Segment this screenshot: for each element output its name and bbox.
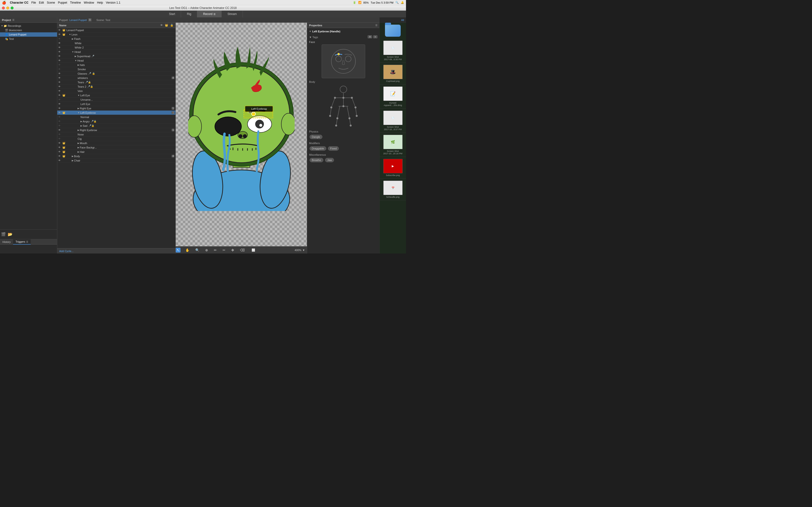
vis-mouth[interactable]: 👁 bbox=[57, 142, 62, 145]
thumb-scheudle[interactable]: 📅 Scheudle.png bbox=[379, 179, 406, 201]
vis-superhead[interactable]: 👁 bbox=[57, 55, 62, 57]
thumb-subscribe[interactable]: ▶ Subscribe.png bbox=[379, 157, 406, 179]
arrow-sad[interactable]: ▶ bbox=[81, 125, 82, 127]
layer-right-eyebrow[interactable]: 👁 ▶ Right Eyebrow 1 bbox=[57, 128, 175, 132]
add-cycle-button[interactable]: Add Cycle... bbox=[59, 249, 73, 252]
tree-item-recordings[interactable]: ▼ 📁 Recordings bbox=[0, 24, 57, 28]
vis-right-eye[interactable]: 👁 bbox=[57, 107, 62, 110]
zoom-tool[interactable]: 🔍 bbox=[194, 248, 200, 252]
hand-tool[interactable]: ✋ bbox=[185, 248, 191, 252]
maximize-button[interactable] bbox=[11, 6, 13, 9]
layer-left-eyebrow[interactable]: 👁 👑 ▼ Left Eyebrow 1 bbox=[57, 111, 175, 115]
layer-left-eye-inner[interactable]: 👁 Left Eye bbox=[57, 102, 175, 106]
vis-white2[interactable]: 👁 bbox=[57, 46, 62, 49]
arrow-hats[interactable]: ▶ bbox=[78, 64, 79, 66]
all-button[interactable]: All bbox=[401, 18, 404, 21]
arrow-face-backgr[interactable]: ▶ bbox=[78, 146, 79, 149]
vis-nose[interactable]: 👁 bbox=[57, 133, 62, 136]
vis-head[interactable]: 👁 bbox=[57, 50, 62, 53]
vis-flash[interactable]: 👁 bbox=[57, 38, 62, 40]
frame-icon[interactable]: ⬜ bbox=[252, 248, 255, 252]
layer-hair[interactable]: 👁 👑 ▶ Hair bbox=[57, 150, 175, 154]
layer-normal[interactable]: 👁 Normal bbox=[57, 115, 175, 119]
layer-header-icon2[interactable]: 👑 bbox=[165, 24, 168, 27]
menu-scene[interactable]: Scene bbox=[47, 1, 55, 4]
arrow-head-inner[interactable]: ▼ bbox=[75, 59, 77, 62]
scene-label[interactable]: Scene: Test bbox=[96, 18, 110, 21]
vis-chair[interactable]: 👁 bbox=[57, 159, 62, 162]
chip-fixed[interactable]: Fixed bbox=[328, 146, 339, 151]
arrow-flash[interactable]: ▶ bbox=[72, 38, 73, 40]
vis-left-eye-inner[interactable]: 👁 bbox=[57, 103, 62, 105]
vis-hats[interactable]: 👁 bbox=[57, 63, 62, 66]
arrow-left-eye[interactable]: ▼ bbox=[78, 94, 80, 97]
arrow-right-eye[interactable]: ▶ bbox=[78, 107, 79, 110]
vis-face-backgr[interactable]: 👁 bbox=[57, 146, 62, 149]
chip-breathe[interactable]: Breathe bbox=[310, 158, 323, 162]
puppet-name[interactable]: Lenard Puppet bbox=[69, 18, 87, 21]
desktop-folder-item[interactable] bbox=[379, 23, 406, 39]
layer-mouth[interactable]: 👁 👑 ▶ Mouth bbox=[57, 141, 175, 145]
vis-tears2[interactable]: 👁 bbox=[57, 85, 62, 88]
thumb-screenshot3[interactable]: 🌿 Screen Shot2017-10...20.16 PM bbox=[379, 133, 406, 157]
pen-tool[interactable]: ✏ bbox=[213, 248, 218, 252]
target-tool[interactable]: ⊕ bbox=[204, 248, 209, 252]
layer-sad[interactable]: 👁 ▶ Sad 🎤🔒 bbox=[57, 124, 175, 128]
layer-white2[interactable]: 👁 White 2 bbox=[57, 45, 175, 50]
vis-sad[interactable]: 👁 bbox=[57, 124, 62, 127]
tab-history[interactable]: History bbox=[0, 239, 13, 244]
section-arrow[interactable]: ▼ bbox=[309, 30, 311, 33]
chip-draggable[interactable]: Draggable bbox=[310, 146, 326, 151]
layer-head[interactable]: 👁 ▼ Head bbox=[57, 50, 175, 54]
tag-btn-A[interactable]: A bbox=[367, 35, 372, 38]
layer-right-eye[interactable]: 👁 ▶ Right Eye 1 bbox=[57, 106, 175, 111]
eraser-tool[interactable]: ⌫ bbox=[239, 248, 246, 252]
media-icon[interactable]: 🎬 bbox=[1, 232, 6, 237]
thumb-screenshot2[interactable]: 📄 Screen Shot2017-10...8.57 PM bbox=[379, 109, 406, 133]
tab-stream[interactable]: Stream bbox=[221, 11, 243, 17]
layer-leon[interactable]: 👁 👑 ▼ Leon bbox=[57, 32, 175, 37]
layer-hats[interactable]: 👁 ▶ hats bbox=[57, 63, 175, 67]
tab-start[interactable]: Start bbox=[163, 11, 181, 17]
vis-normal[interactable]: 👁 bbox=[57, 116, 62, 118]
menu-edit[interactable]: Edit bbox=[39, 1, 44, 4]
layer-angry[interactable]: 👁 ▶ Angry 🎤🔒 bbox=[57, 119, 175, 124]
layer-body[interactable]: 👁 👑 ▶ Body 4 bbox=[57, 154, 175, 158]
tag-btn-list[interactable]: ≡ bbox=[373, 35, 377, 38]
scissors-tool[interactable]: ✂ bbox=[221, 248, 226, 252]
tab-triggers[interactable]: Triggers ☰ bbox=[13, 239, 31, 244]
select-tool[interactable]: ↖ bbox=[176, 248, 181, 252]
arrow-mouth[interactable]: ▶ bbox=[78, 142, 79, 145]
vis-right-eyebrow[interactable]: 👁 bbox=[57, 129, 62, 131]
vis-white[interactable]: 👁 bbox=[57, 42, 62, 44]
vis-left-eye[interactable]: 👁 bbox=[57, 94, 62, 97]
vis-lenard[interactable]: 👁 bbox=[57, 29, 62, 32]
tree-item-lenard-puppet[interactable]: 👤 Lenard Puppet bbox=[0, 32, 57, 37]
menu-file[interactable]: File bbox=[32, 1, 36, 4]
vis-leon[interactable]: 👁 bbox=[57, 33, 62, 36]
vis-cig[interactable]: 👁 bbox=[57, 137, 62, 140]
layer-head-inner[interactable]: 👁 ▼ Head bbox=[57, 58, 175, 63]
layer-whiskers[interactable]: 👁 whiskers 4 bbox=[57, 76, 175, 80]
vis-hair[interactable]: 👁 bbox=[57, 151, 62, 153]
canvas-main[interactable]: Left Eyebrow Left Ey... bbox=[176, 23, 307, 246]
vis-glasses[interactable]: 👁 bbox=[57, 72, 62, 75]
layer-glasses[interactable]: 👁 Glasses 🎤 🔒 bbox=[57, 71, 175, 76]
props-menu-icon[interactable]: ☰ bbox=[375, 24, 377, 26]
menu-timeline[interactable]: Timeline bbox=[70, 1, 81, 4]
menu-window[interactable]: Window bbox=[84, 1, 94, 4]
layer-unname[interactable]: 👁 Unname... bbox=[57, 98, 175, 102]
arrow-body[interactable]: ▶ bbox=[72, 155, 73, 157]
arrow-angry[interactable]: ▶ bbox=[81, 120, 82, 123]
folder-add-icon[interactable]: 📂 bbox=[8, 232, 12, 237]
minimize-button[interactable] bbox=[6, 6, 9, 9]
layer-smoke[interactable]: 👁 Smoke bbox=[57, 67, 175, 71]
layer-header-icon1[interactable]: 👁 bbox=[160, 24, 163, 27]
layer-header-icon3[interactable]: 🔒 bbox=[170, 24, 173, 27]
chip-jaw[interactable]: Jaw bbox=[325, 158, 334, 162]
arrow-head[interactable]: ▼ bbox=[72, 51, 74, 53]
arrow-chair[interactable]: ▶ bbox=[72, 159, 73, 162]
move-tool[interactable]: ✥ bbox=[230, 248, 235, 252]
layer-white[interactable]: 👁 White bbox=[57, 41, 175, 45]
vis-angry[interactable]: 👁 bbox=[57, 120, 62, 123]
